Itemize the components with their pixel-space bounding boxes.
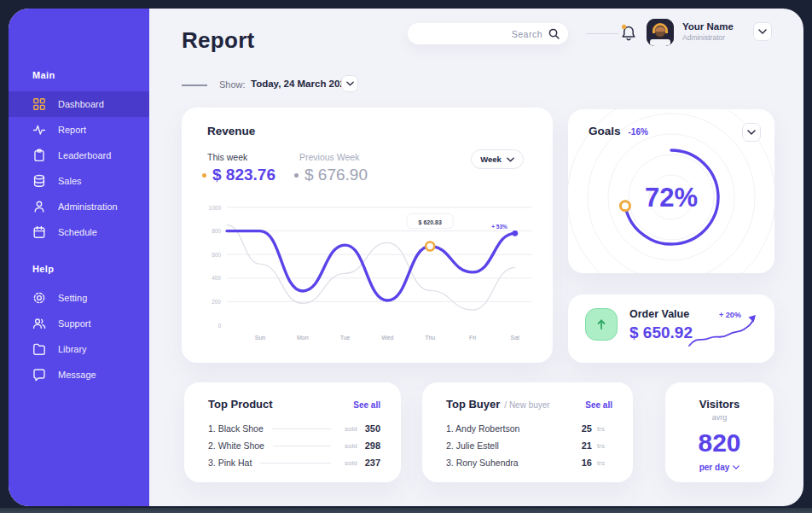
sold-value: 237 — [360, 458, 380, 468]
sidebar-item-schedule[interactable]: Schedule — [9, 219, 149, 245]
show-dash — [182, 85, 207, 86]
sidebar-item-library[interactable]: Library — [9, 336, 149, 362]
table-row: 1. Black Shoe sold 350 — [208, 420, 380, 437]
top-product-title: Top Product — [208, 398, 273, 411]
date-filter-value: Today, 24 March 2020 — [251, 79, 351, 89]
svg-text:800: 800 — [212, 228, 221, 234]
trs-label: trs — [597, 459, 612, 467]
user-meta: Your Name Administrator — [682, 21, 734, 42]
new-buyer-label: / New buyer — [504, 400, 549, 410]
top-buyer-card: Top Buyer / New buyer See all 1. Andy Ro… — [422, 382, 633, 482]
device-base — [0, 508, 812, 513]
goals-chevron-down-icon[interactable] — [742, 123, 761, 142]
revenue-card: Revenue This week Previous Week $ 823.76… — [182, 108, 553, 363]
sidebar-item-administration[interactable]: Administration — [9, 194, 149, 219]
table-row: 2. Julie Estell 21 trs — [446, 437, 612, 454]
notifications-bell-icon[interactable] — [620, 24, 637, 43]
svg-text:Fri: Fri — [469, 335, 477, 341]
svg-text:+ 53%: + 53% — [491, 224, 508, 230]
clipboard-icon — [32, 149, 46, 162]
table-row: 3. Rony Suhendra 16 trs — [446, 454, 612, 471]
user-avatar — [647, 19, 674, 46]
search-input[interactable] — [408, 23, 568, 44]
user-icon — [32, 200, 46, 213]
sidebar-item-label: Sales — [58, 176, 82, 186]
previous-week-value: $ 676.90 — [304, 166, 368, 184]
sidebar-item-label: Library — [58, 344, 87, 354]
users-icon — [32, 317, 46, 330]
row-divider — [273, 446, 331, 446]
table-row: 3. Pink Hat sold 237 — [208, 454, 380, 471]
goals-card: Goals -16% 72% — [568, 109, 774, 273]
sidebar-item-message[interactable]: Message — [9, 362, 149, 388]
sidebar-item-label: Setting — [58, 293, 87, 303]
sidebar-item-leaderboard[interactable]: Leaderboard — [9, 143, 149, 168]
buyer-name: 3. Rony Suhendra — [446, 458, 519, 468]
table-row: 1. Andy Robertson 25 trs — [446, 420, 612, 437]
svg-text:200: 200 — [212, 299, 221, 305]
sidebar: Main Dashboard Report Leaderboard Sales — [9, 9, 149, 506]
sidebar-item-support[interactable]: Support — [9, 311, 149, 336]
svg-text:0: 0 — [218, 323, 221, 329]
folder-icon — [32, 342, 46, 356]
user-menu-chevron-down-icon[interactable] — [753, 22, 772, 41]
revenue-line-chart: 02004006008001000SunMonTueWedThuFriSat$ … — [188, 195, 547, 347]
date-filter-chevron-down-icon[interactable] — [341, 75, 358, 92]
order-value-amount: $ 650.92 — [629, 324, 693, 342]
previous-week-label: Previous Week — [299, 152, 359, 162]
row-divider — [272, 428, 331, 429]
buyer-value: 21 — [571, 440, 592, 451]
arrow-up-icon — [585, 308, 618, 341]
sidebar-item-dashboard[interactable]: Dashboard — [9, 91, 149, 117]
product-name: 3. Pink Hat — [208, 458, 252, 468]
database-icon — [32, 174, 46, 188]
user-role: Administrator — [682, 33, 734, 42]
range-selector-dropdown[interactable]: Week — [471, 149, 524, 169]
visitors-unit-label: per day — [699, 463, 730, 472]
sold-label: sold — [345, 459, 360, 467]
sold-value: 298 — [360, 440, 380, 451]
range-selector-value: Week — [480, 154, 502, 164]
svg-text:1000: 1000 — [209, 205, 222, 211]
top-buyer-title: Top Buyer — [446, 398, 500, 411]
top-product-see-all-link[interactable]: See all — [353, 400, 380, 410]
svg-text:Sat: Sat — [511, 335, 520, 341]
sidebar-item-label: Message — [58, 370, 96, 380]
sidebar-item-report[interactable]: Report — [9, 117, 149, 143]
svg-text:Sun: Sun — [255, 335, 266, 341]
svg-text:Mon: Mon — [297, 335, 309, 341]
sidebar-item-label: Administration — [58, 201, 118, 212]
sidebar-item-sales[interactable]: Sales — [9, 168, 149, 194]
search-icon[interactable] — [548, 27, 560, 44]
revenue-title: Revenue — [207, 125, 255, 137]
svg-text:Tue: Tue — [340, 335, 351, 341]
sidebar-item-setting[interactable]: Setting — [9, 285, 149, 311]
order-value-card: Order Value $ 650.92 + 20% — [568, 294, 774, 363]
visitors-per-day-dropdown[interactable]: per day — [699, 463, 740, 472]
this-week-dot — [202, 173, 206, 178]
goals-delta: -16% — [629, 127, 648, 137]
svg-text:400: 400 — [212, 275, 221, 281]
buyer-name: 1. Andy Robertson — [446, 423, 519, 434]
svg-text:Thu: Thu — [425, 335, 435, 341]
visitors-card: Visitors avrg 820 per day — [665, 382, 774, 482]
goals-title: Goals — [589, 125, 621, 137]
previous-week-row: $ 676.90 — [294, 166, 368, 184]
buyer-value: 16 — [571, 458, 592, 468]
visitors-avrg-label: avrg — [665, 413, 774, 422]
goals-percent: 72% — [568, 183, 774, 213]
sold-value: 350 — [360, 423, 380, 434]
sidebar-item-label: Leaderboard — [58, 150, 111, 160]
top-buyer-see-all-link[interactable]: See all — [585, 400, 612, 410]
sidebar-item-label: Support — [58, 318, 91, 329]
trs-label: trs — [597, 425, 612, 433]
sidebar-section-help: Help — [9, 264, 149, 274]
this-week-value: $ 823.76 — [212, 166, 276, 184]
svg-text:$ 620.83: $ 620.83 — [419, 219, 442, 226]
buyer-name: 2. Julie Estell — [446, 440, 499, 451]
sold-label: sold — [345, 442, 360, 450]
this-week-row: $ 823.76 — [202, 166, 276, 184]
header-divider — [586, 33, 618, 34]
table-row: 2. White Shoe sold 298 — [208, 437, 380, 454]
calendar-icon — [32, 225, 46, 239]
